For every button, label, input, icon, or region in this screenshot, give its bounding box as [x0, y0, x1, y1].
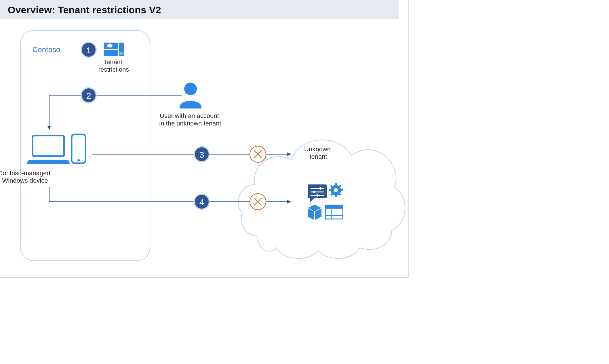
- svg-point-8: [184, 83, 197, 95]
- step-1-badge: 1: [81, 42, 96, 57]
- svg-rect-4: [119, 48, 123, 48]
- svg-point-18: [319, 187, 321, 190]
- step-4-badge: 4: [194, 194, 209, 209]
- svg-rect-5: [119, 52, 123, 55]
- device-caption: Contoso-managed Windows device: [0, 169, 52, 184]
- svg-rect-9: [33, 136, 64, 156]
- svg-rect-35: [326, 205, 343, 209]
- diagram-frame: Overview: Tenant restrictions V2 Contoso…: [0, 0, 409, 278]
- unknown-tenant-caption: Unknown tenant: [304, 146, 332, 160]
- step-4-number: 4: [199, 197, 204, 207]
- svg-line-29: [331, 185, 332, 187]
- step-2-badge: 2: [81, 88, 96, 103]
- svg-line-32: [331, 194, 332, 195]
- svg-point-24: [334, 188, 338, 192]
- diagram-canvas: Contoso 1 Tenant restrictions 2: [0, 0, 409, 278]
- svg-point-20: [313, 191, 315, 193]
- gear-icon: [329, 183, 343, 197]
- svg-rect-10: [72, 134, 85, 163]
- tenant-restrictions-icon: [104, 43, 124, 56]
- tenant-name: Contoso: [33, 45, 60, 54]
- step-3-number: 3: [199, 150, 204, 159]
- step-3-badge: 3: [194, 147, 209, 162]
- step-1-caption: Tenant restrictions: [98, 58, 129, 73]
- resource-icons: [308, 183, 343, 220]
- step-1-number: 1: [86, 45, 91, 55]
- cube-icon: [308, 205, 321, 220]
- svg-line-30: [339, 194, 341, 195]
- svg-line-31: [339, 185, 341, 187]
- device-phone-icon: [72, 134, 85, 163]
- user-caption: User with an account in the unknown tena…: [159, 112, 221, 127]
- step-2-number: 2: [86, 91, 91, 100]
- svg-point-22: [316, 194, 319, 197]
- svg-point-6: [107, 44, 113, 47]
- svg-rect-3: [104, 49, 119, 50]
- deny-icon-2: [250, 194, 266, 210]
- user-icon: [180, 83, 201, 108]
- deny-icon-1: [250, 146, 266, 162]
- grid-icon: [326, 205, 343, 219]
- svg-point-11: [77, 159, 80, 161]
- device-laptop-icon: [26, 136, 71, 164]
